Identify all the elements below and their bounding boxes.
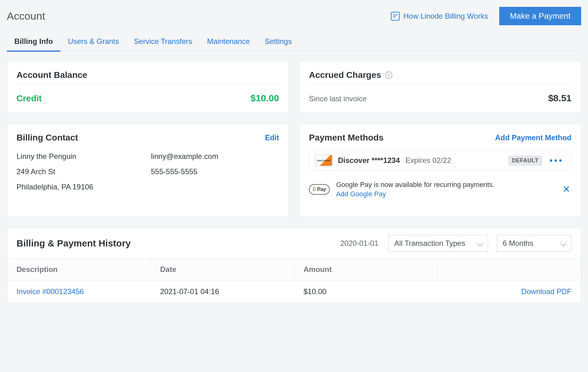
transaction-type-select[interactable]: All Transaction Types (388, 235, 488, 252)
payment-method-row: DISCOVER Discover ****1234 Expires 02/22… (309, 150, 571, 171)
google-pay-icon: GPay (309, 184, 330, 195)
date-range-value: 6 Months (503, 239, 533, 247)
divider (17, 84, 279, 85)
card-expires: Expires 02/22 (405, 156, 451, 165)
page-title: Account (7, 10, 45, 22)
history-title: Billing & Payment History (17, 238, 331, 249)
accrued-amount: $8.51 (548, 93, 571, 103)
contact-street: 249 Arch St (17, 165, 145, 178)
help-icon[interactable]: ? (385, 71, 392, 79)
card-display: Discover ****1234 (338, 156, 400, 165)
download-pdf-link[interactable]: Download PDF (521, 287, 571, 296)
account-balance-card: Account Balance Credit $10.00 (7, 61, 289, 113)
contact-city: Philadelphia, PA 19106 (17, 181, 145, 193)
tab-maintenance[interactable]: Maintenance (207, 34, 250, 51)
date-range-select[interactable]: 6 Months (497, 235, 571, 252)
tabs: Billing Info Users & Grants Service Tran… (7, 34, 581, 52)
col-description: Description (7, 259, 151, 280)
payment-methods-title: Payment Methods (309, 133, 384, 143)
history-since-date: 2020-01-01 (340, 239, 380, 248)
divider (309, 84, 571, 85)
col-date: Date (151, 259, 294, 280)
transaction-type-value: All Transaction Types (394, 239, 465, 247)
billing-contact-card: Billing Contact Edit Linny the Penguin l… (7, 124, 289, 217)
dismiss-gpay-icon[interactable]: ✕ (561, 184, 571, 195)
table-row: Invoice #000123456 2021-07-01 04:16 $10.… (7, 280, 581, 303)
contact-phone: 555-555-5555 (151, 165, 279, 178)
tab-users-grants[interactable]: Users & Grants (68, 34, 119, 51)
billing-history-panel: Billing & Payment History 2020-01-01 All… (7, 228, 581, 303)
default-badge: DEFAULT (508, 155, 542, 166)
add-google-pay-link[interactable]: Add Google Pay (336, 189, 495, 199)
accrued-title: Accrued Charges (309, 70, 381, 80)
row-amount: $10.00 (294, 280, 438, 303)
how-billing-works-link[interactable]: How Linode Billing Works (391, 12, 488, 21)
contact-name: Linny the Penguin (17, 150, 145, 163)
accrued-charges-card: Accrued Charges ? Since last invoice $8.… (299, 61, 581, 113)
tab-settings[interactable]: Settings (265, 34, 292, 51)
tab-billing-info[interactable]: Billing Info (14, 34, 53, 51)
balance-amount: $10.00 (250, 93, 279, 103)
add-payment-method-button[interactable]: Add Payment Method (495, 133, 571, 142)
chevron-down-icon (561, 241, 567, 246)
contact-email: linny@example.com (151, 150, 279, 163)
discover-card-icon: DISCOVER (315, 155, 332, 166)
accrued-label: Since last invoice (309, 94, 367, 103)
chevron-down-icon (478, 241, 483, 246)
invoice-link[interactable]: Invoice #000123456 (17, 287, 84, 296)
billing-contact-title: Billing Contact (17, 133, 78, 143)
col-actions (438, 259, 581, 280)
make-payment-button[interactable]: Make a Payment (499, 7, 581, 25)
gpay-notice-text: Google Pay is now available for recurrin… (336, 180, 495, 189)
account-balance-title: Account Balance (17, 70, 279, 80)
balance-label: Credit (17, 93, 42, 103)
card-actions-menu[interactable]: ••• (548, 156, 566, 165)
edit-contact-button[interactable]: Edit (265, 133, 279, 142)
col-amount: Amount (294, 259, 438, 280)
how-billing-works-label: How Linode Billing Works (403, 12, 488, 21)
row-date: 2021-07-01 04:16 (151, 280, 294, 303)
table-header-row: Description Date Amount (7, 259, 581, 280)
tab-service-transfers[interactable]: Service Transfers (134, 34, 192, 51)
payment-methods-card: Payment Methods Add Payment Method DISCO… (299, 124, 581, 217)
document-icon (391, 12, 400, 21)
